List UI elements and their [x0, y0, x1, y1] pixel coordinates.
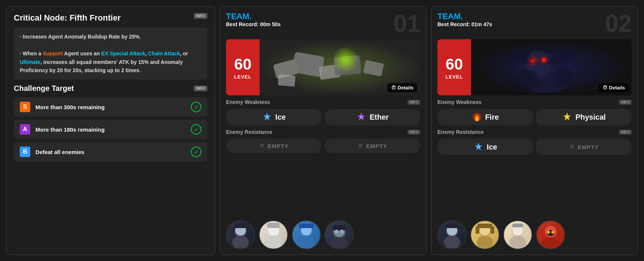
agent3-svg [293, 222, 319, 248]
team2-level-num: 60 [446, 55, 463, 73]
challenge-text-s: More than 300s remaining [35, 104, 186, 110]
team2-resistance-header: Enemy Resistance INFO [437, 129, 632, 135]
team1-details-label: Details [397, 85, 414, 90]
agent7-svg [505, 222, 531, 248]
team2-boss-image: ⏱ Details [471, 39, 632, 95]
team2-resistance-empty: ✕ EMPTY [536, 139, 632, 155]
team1-header: TEAM. Best Record: 00m 50s 01 [226, 12, 420, 36]
desc-comma: , [145, 50, 148, 56]
team1-resistance-list: ✕ EMPTY ✕ EMPTY [226, 139, 420, 153]
agent6-svg [472, 222, 498, 248]
left-panel-description: · Increases Agent Anomaly Buildup Rate b… [14, 27, 207, 80]
team2-weakness-header: Enemy Weakness INFO [437, 99, 632, 105]
team2-details-label: Details [609, 85, 625, 90]
team2-weakness-fire-name: Fire [485, 113, 499, 122]
team2-resistance-ice: Ice [437, 139, 533, 155]
team1-boss-card: 60 LEVEL [226, 39, 420, 95]
team2-level-label: LEVEL [446, 74, 463, 80]
team1-agent-2[interactable] [259, 220, 288, 249]
team1-resistance-empty-1: EMPTY [267, 143, 289, 149]
desc-line3-end: , increases all squad members' ATK by 15… [20, 59, 183, 73]
svg-rect-14 [235, 224, 246, 228]
svg-point-52 [477, 236, 493, 248]
team2-agent-2[interactable] [470, 220, 499, 249]
svg-point-36 [555, 67, 574, 86]
team2-panel: TEAM. Best Record: 01m 47s 02 60 LEVEL [431, 6, 638, 255]
rank-s: S [20, 102, 30, 112]
svg-point-66 [551, 231, 554, 234]
info-badge-challenge: INFO [194, 86, 207, 91]
svg-point-65 [547, 231, 550, 234]
svg-rect-26 [332, 225, 346, 231]
team1-number: 01 [394, 12, 420, 36]
agent5-svg [439, 222, 465, 248]
svg-rect-55 [476, 226, 479, 234]
ether-icon [356, 112, 366, 122]
team2-weakness-fire: Fire [437, 109, 533, 125]
team2-agent-4[interactable] [536, 220, 565, 249]
team1-details-button[interactable]: ⏱ Details [387, 83, 417, 92]
x-mark-2: ✕ [357, 142, 363, 150]
agent2-svg [260, 222, 287, 248]
team1-resistance-info: INFO [408, 130, 420, 135]
details-clock-icon-2: ⏱ [603, 85, 607, 90]
desc-line2-mid: Agent uses an [63, 50, 101, 56]
team2-resistance-list: Ice ✕ EMPTY [437, 139, 632, 155]
ether-star-svg [356, 112, 366, 122]
svg-rect-3 [278, 74, 295, 87]
team2-agent-3[interactable] [503, 220, 532, 249]
team2-agent-1[interactable] [437, 220, 467, 249]
rank-b: B [20, 147, 30, 157]
desc-or: , or [180, 50, 188, 56]
svg-rect-60 [512, 224, 523, 227]
team2-weakness-list: Fire Physical [437, 109, 632, 125]
challenge-header: Challenge Target INFO [14, 84, 207, 93]
svg-rect-5 [363, 60, 384, 77]
team2-header-left: TEAM. Best Record: 01m 47s [437, 12, 492, 27]
team2-resistance-info: INFO [619, 130, 632, 135]
team2-weakness-physical: Physical [536, 109, 632, 125]
team1-header-left: TEAM. Best Record: 00m 50s [226, 12, 281, 27]
team1-record: Best Record: 00m 50s [226, 21, 281, 27]
svg-point-48 [444, 236, 460, 248]
challenge-list: S More than 300s remaining ✓ A More than… [14, 97, 207, 162]
resistance-ice-svg [473, 142, 484, 152]
svg-point-12 [232, 236, 249, 248]
desc-chain: Chain Attack [148, 50, 180, 56]
x-mark-team2: ✕ [569, 143, 575, 151]
svg-point-27 [335, 230, 338, 233]
team1-boss-level: 60 LEVEL [226, 39, 260, 95]
fire-icon [472, 112, 482, 122]
team1-weakness-ice: Ice [226, 109, 322, 125]
team1-agent-3[interactable] [292, 220, 321, 249]
resistance-ice-icon [473, 142, 484, 152]
svg-rect-54 [477, 224, 492, 228]
ice-star-svg [262, 112, 272, 122]
team1-weakness-ether: Ether [325, 109, 420, 125]
team1-weakness-info: INFO [408, 100, 420, 105]
team2-weakness-info: INFO [619, 100, 632, 105]
team1-weakness-ice-name: Ice [275, 113, 286, 122]
rank-a: A [20, 124, 30, 135]
desc-line2-pre: · When a [20, 50, 43, 56]
team2-header: TEAM. Best Record: 01m 47s 02 [437, 12, 632, 36]
svg-point-35 [516, 69, 538, 92]
team1-agent-4[interactable] [325, 220, 354, 249]
team2-weakness-physical-name: Physical [575, 113, 606, 122]
challenge-item-a: A More than 180s remaining ✓ [14, 120, 207, 139]
agent1-svg [227, 222, 254, 248]
team1-resistance-empty-2: EMPTY [366, 143, 387, 149]
left-panel-header: Critical Node: Fifth Frontier INFO [14, 13, 207, 23]
svg-point-58 [510, 236, 526, 248]
team1-level-num: 60 [234, 55, 252, 73]
team2-details-button[interactable]: ⏱ Details [599, 83, 629, 92]
team1-agent-1[interactable] [226, 220, 255, 249]
physical-icon [562, 112, 572, 122]
svg-point-16 [265, 236, 282, 248]
team1-boss-image: ⏱ Details [260, 39, 420, 95]
main-container: Critical Node: Fifth Frontier INFO · Inc… [0, 0, 644, 261]
check-icon-s: ✓ [191, 102, 201, 112]
team1-agents-row [226, 220, 420, 249]
svg-point-42 [476, 118, 478, 121]
team2-boss-card: 60 LEVEL [437, 39, 632, 95]
